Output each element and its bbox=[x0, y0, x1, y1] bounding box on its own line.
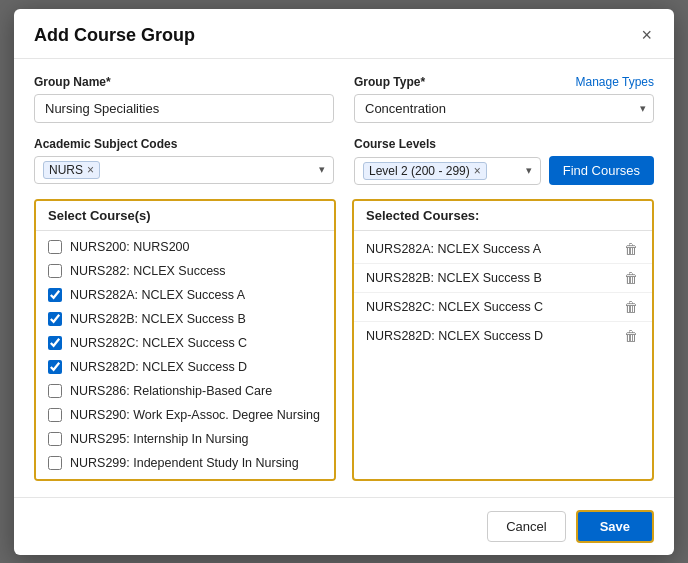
course-label: NURS295: Internship In Nursing bbox=[70, 432, 249, 446]
group-name-input[interactable] bbox=[34, 94, 334, 123]
selected-course-label: NURS282D: NCLEX Success D bbox=[366, 329, 543, 343]
list-item[interactable]: NURS282C: NCLEX Success C bbox=[36, 331, 334, 355]
tag-remove-button[interactable]: × bbox=[87, 163, 94, 177]
course-checkbox[interactable] bbox=[48, 384, 62, 398]
courses-row: Select Course(s) NURS200: NURS200NURS282… bbox=[34, 199, 654, 481]
selected-course-label: NURS282C: NCLEX Success C bbox=[366, 300, 543, 314]
find-courses-button[interactable]: Find Courses bbox=[549, 156, 654, 185]
list-item: NURS282D: NCLEX Success D🗑 bbox=[354, 322, 652, 350]
level2-tag-label: Level 2 (200 - 299) bbox=[369, 164, 470, 178]
course-label: NURS282A: NCLEX Success A bbox=[70, 288, 245, 302]
course-label: NURS200: NURS200 bbox=[70, 240, 190, 254]
group-type-header-row: Group Type* Manage Types bbox=[354, 75, 654, 89]
course-checkbox[interactable] bbox=[48, 456, 62, 470]
modal-title: Add Course Group bbox=[34, 25, 195, 46]
course-levels-input-col: Level 2 (200 - 299) × ▾ bbox=[354, 157, 541, 185]
academic-subject-chevron-icon[interactable]: ▾ bbox=[319, 163, 325, 176]
manage-types-link[interactable]: Manage Types bbox=[576, 75, 655, 89]
course-label: NURS299: Independent Study In Nursing bbox=[70, 456, 299, 470]
list-item[interactable]: NURS295: Internship In Nursing bbox=[36, 427, 334, 451]
course-label: NURS282B: NCLEX Success B bbox=[70, 312, 246, 326]
cancel-button[interactable]: Cancel bbox=[487, 511, 565, 542]
group-type-col: Group Type* Manage Types Concentration ▾ bbox=[354, 75, 654, 123]
course-levels-label: Course Levels bbox=[354, 137, 654, 151]
course-checkbox[interactable] bbox=[48, 360, 62, 374]
select-courses-header: Select Course(s) bbox=[36, 201, 334, 231]
list-item[interactable]: NURS282A: NCLEX Success A bbox=[36, 283, 334, 307]
level2-tag-remove-button[interactable]: × bbox=[474, 164, 481, 178]
academic-subject-col: Academic Subject Codes NURS × ▾ bbox=[34, 137, 334, 185]
tag-label: NURS bbox=[49, 163, 83, 177]
delete-course-button[interactable]: 🗑 bbox=[622, 328, 640, 344]
course-checkbox[interactable] bbox=[48, 432, 62, 446]
group-name-col: Group Name* bbox=[34, 75, 334, 123]
list-item[interactable]: NURS282: NCLEX Success bbox=[36, 259, 334, 283]
selected-courses-header: Selected Courses: bbox=[354, 201, 652, 231]
list-item: NURS282A: NCLEX Success A🗑 bbox=[354, 235, 652, 264]
add-course-group-modal: Add Course Group × Group Name* Group Typ… bbox=[14, 9, 674, 555]
modal-footer: Cancel Save bbox=[14, 497, 674, 555]
list-item[interactable]: NURS290: Work Exp-Assoc. Degree Nursing bbox=[36, 403, 334, 427]
academic-subject-input[interactable]: NURS × ▾ bbox=[34, 156, 334, 184]
group-name-label: Group Name* bbox=[34, 75, 334, 89]
list-item[interactable]: NURS286: Relationship-Based Care bbox=[36, 379, 334, 403]
selected-course-label: NURS282B: NCLEX Success B bbox=[366, 271, 542, 285]
form-row-2: Academic Subject Codes NURS × ▾ Course L… bbox=[34, 137, 654, 185]
academic-subject-label: Academic Subject Codes bbox=[34, 137, 334, 151]
course-label: NURS282C: NCLEX Success C bbox=[70, 336, 247, 350]
form-row-1: Group Name* Group Type* Manage Types Con… bbox=[34, 75, 654, 123]
modal-body: Group Name* Group Type* Manage Types Con… bbox=[14, 59, 674, 497]
selected-course-label: NURS282A: NCLEX Success A bbox=[366, 242, 541, 256]
course-levels-col: Course Levels Level 2 (200 - 299) × ▾ Fi… bbox=[354, 137, 654, 185]
select-courses-panel: Select Course(s) NURS200: NURS200NURS282… bbox=[34, 199, 336, 481]
list-item[interactable]: NURS299: Independent Study In Nursing bbox=[36, 451, 334, 475]
course-checkbox[interactable] bbox=[48, 264, 62, 278]
group-type-label: Group Type* bbox=[354, 75, 425, 89]
course-label: NURS286: Relationship-Based Care bbox=[70, 384, 272, 398]
course-label: NURS290: Work Exp-Assoc. Degree Nursing bbox=[70, 408, 320, 422]
modal-header: Add Course Group × bbox=[14, 9, 674, 59]
nurs-tag: NURS × bbox=[43, 161, 100, 179]
delete-course-button[interactable]: 🗑 bbox=[622, 241, 640, 257]
course-checkbox[interactable] bbox=[48, 408, 62, 422]
course-levels-row: Level 2 (200 - 299) × ▾ Find Courses bbox=[354, 156, 654, 185]
course-label: NURS282: NCLEX Success bbox=[70, 264, 226, 278]
course-checkbox[interactable] bbox=[48, 240, 62, 254]
course-checkbox[interactable] bbox=[48, 336, 62, 350]
list-item[interactable]: NURS200: NURS200 bbox=[36, 235, 334, 259]
list-item[interactable]: NURS282B: NCLEX Success B bbox=[36, 307, 334, 331]
course-levels-input[interactable]: Level 2 (200 - 299) × ▾ bbox=[354, 157, 541, 185]
save-button[interactable]: Save bbox=[576, 510, 654, 543]
close-button[interactable]: × bbox=[639, 26, 654, 44]
level2-tag: Level 2 (200 - 299) × bbox=[363, 162, 487, 180]
delete-course-button[interactable]: 🗑 bbox=[622, 270, 640, 286]
list-item: NURS282B: NCLEX Success B🗑 bbox=[354, 264, 652, 293]
delete-course-button[interactable]: 🗑 bbox=[622, 299, 640, 315]
selected-courses-panel: Selected Courses: NURS282A: NCLEX Succes… bbox=[352, 199, 654, 481]
list-item: NURS282C: NCLEX Success C🗑 bbox=[354, 293, 652, 322]
select-courses-list: NURS200: NURS200NURS282: NCLEX SuccessNU… bbox=[36, 231, 334, 479]
course-label: NURS282D: NCLEX Success D bbox=[70, 360, 247, 374]
course-checkbox[interactable] bbox=[48, 312, 62, 326]
group-type-select-wrapper: Concentration ▾ bbox=[354, 94, 654, 123]
course-levels-chevron-icon[interactable]: ▾ bbox=[526, 164, 532, 177]
list-item[interactable]: NURS282D: NCLEX Success D bbox=[36, 355, 334, 379]
course-checkbox[interactable] bbox=[48, 288, 62, 302]
selected-courses-list: NURS282A: NCLEX Success A🗑NURS282B: NCLE… bbox=[354, 231, 652, 431]
group-type-select[interactable]: Concentration bbox=[354, 94, 654, 123]
